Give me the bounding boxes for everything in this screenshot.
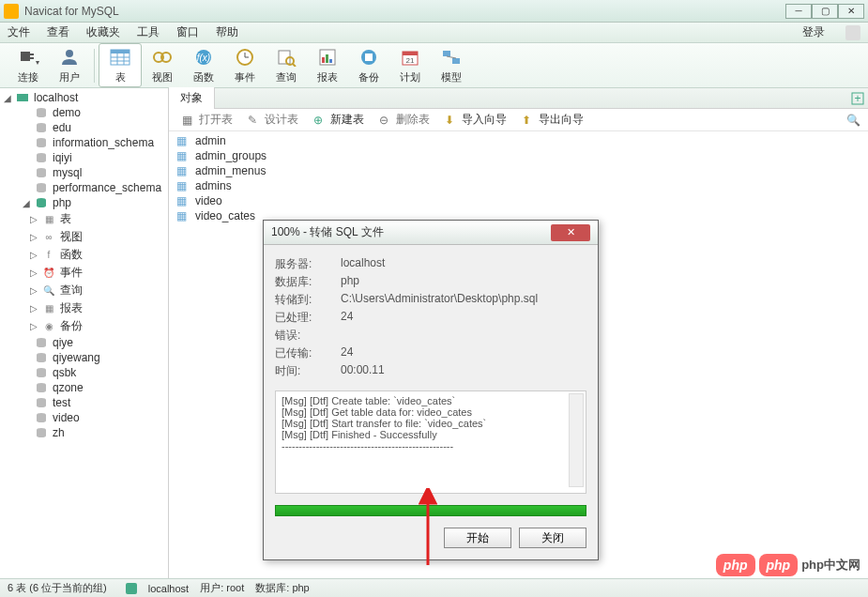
tree-db-qsbk[interactable]: qsbk (0, 365, 168, 380)
dialog-close-button[interactable]: ✕ (551, 224, 590, 241)
action-delete-table[interactable]: ⊖删除表 (373, 110, 435, 130)
tree-php-backup[interactable]: ▷◉备份 (0, 317, 168, 335)
toolbar-event[interactable]: 事件 (224, 44, 266, 86)
menu-login[interactable]: 登录 (802, 24, 825, 40)
tree-db-demo[interactable]: demo (0, 105, 168, 120)
toolbar-user[interactable]: 用户 (49, 44, 90, 86)
avatar-icon[interactable] (845, 25, 860, 40)
message-log[interactable]: [Msg] [Dtf] Create table: `video_cates`[… (275, 390, 586, 494)
tree-db-php[interactable]: ◢ php (0, 195, 168, 210)
svg-rect-1 (30, 54, 34, 55)
toolbar-backup[interactable]: 备份 (348, 44, 389, 86)
toolbar-function[interactable]: f(x) 函数 (183, 44, 224, 86)
tree-php-report[interactable]: ▷▦报表 (0, 299, 168, 317)
search-icon[interactable]: 🔍 (846, 114, 860, 127)
svg-text:▾: ▾ (36, 58, 39, 67)
database-icon (34, 396, 49, 409)
action-open-table[interactable]: ▦打开表 (176, 110, 238, 130)
toolbar-table[interactable]: 表 (99, 43, 142, 87)
annotation-arrow (419, 488, 437, 565)
tabs-row: 对象 + (169, 88, 868, 109)
open-icon: ▦ (182, 114, 195, 127)
action-design-table[interactable]: ✎设计表 (242, 110, 304, 130)
table-item[interactable]: ▦admin_menus (173, 163, 864, 178)
table-item[interactable]: ▦admin (173, 133, 864, 148)
statusbar: 6 表 (6 位于当前的组) localhost 用户: root 数据库: p… (0, 578, 868, 597)
expand-arrow-icon: ▷ (30, 303, 41, 314)
database-icon (34, 166, 49, 179)
tree-connection-localhost[interactable]: ◢ localhost (0, 90, 168, 105)
action-import[interactable]: ⬇导入向导 (439, 110, 512, 130)
menu-view[interactable]: 查看 (47, 24, 69, 40)
tree-php-event[interactable]: ▷⏰事件 (0, 264, 168, 282)
minimize-button[interactable]: ─ (785, 4, 812, 19)
table-item[interactable]: ▦admin_groups (173, 148, 864, 163)
expand-arrow-icon: ▷ (30, 214, 41, 224)
tree-db-zh[interactable]: zh (0, 425, 168, 440)
toolbar-query[interactable]: 查询 (266, 44, 307, 86)
status-database: 数据库: php (255, 581, 309, 595)
action-export[interactable]: ⬆导出向导 (516, 110, 589, 130)
svg-rect-24 (329, 59, 332, 63)
value-processed: 24 (341, 310, 353, 326)
tree-db-test[interactable]: test (0, 395, 168, 410)
label-database: 数据库: (275, 274, 341, 290)
svg-rect-22 (322, 57, 325, 63)
report-icon (314, 46, 341, 69)
label-processed: 已处理: (275, 310, 341, 326)
toolbar-schedule[interactable]: 21 计划 (389, 44, 431, 86)
toolbar-report[interactable]: 报表 (307, 44, 348, 86)
tree-php-table[interactable]: ▷▦表 (0, 210, 168, 228)
table-icon: ▦ (176, 164, 191, 177)
close-button[interactable]: 关闭 (519, 528, 586, 548)
tree-db-iqiyi[interactable]: iqiyi (0, 150, 168, 165)
toolbar-model[interactable]: 模型 (431, 44, 472, 86)
action-new-table[interactable]: ⊕新建表 (308, 110, 370, 130)
dialog-titlebar[interactable]: 100% - 转储 SQL 文件 ✕ (264, 221, 598, 245)
tree-db-qzone[interactable]: qzone (0, 380, 168, 395)
delete-icon: ⊖ (379, 114, 392, 127)
tree-db-mysql[interactable]: mysql (0, 165, 168, 180)
tree-db-edu[interactable]: edu (0, 120, 168, 135)
user-icon (56, 46, 83, 69)
tree-php-function[interactable]: ▷f函数 (0, 246, 168, 264)
svg-rect-2 (30, 57, 34, 59)
database-icon (34, 121, 49, 134)
actions-row: ▦打开表 ✎设计表 ⊕新建表 ⊖删除表 ⬇导入向导 ⬆导出向导 🔍 (169, 109, 868, 131)
tree-db-qiye[interactable]: qiye (0, 335, 168, 350)
tab-add-icon[interactable]: + (851, 92, 868, 105)
svg-point-72 (37, 419, 46, 422)
tree-php-view[interactable]: ▷∞视图 (0, 228, 168, 246)
menu-help[interactable]: 帮助 (216, 24, 238, 40)
svg-rect-23 (326, 54, 328, 63)
svg-rect-6 (111, 50, 129, 54)
table-item[interactable]: ▦admins (173, 178, 864, 193)
event-icon: ⏰ (41, 267, 56, 280)
tree-db-information_schema[interactable]: information_schema (0, 135, 168, 150)
log-line: [Msg] [Dtf] Create table: `video_cates` (282, 395, 580, 406)
maximize-button[interactable]: ▢ (812, 4, 838, 19)
connection-indicator-icon (126, 583, 137, 594)
start-button[interactable]: 开始 (444, 528, 511, 548)
database-icon (34, 106, 49, 119)
tree-db-video[interactable]: video (0, 410, 168, 425)
watermark-badge: php (716, 554, 755, 576)
toolbar-view[interactable]: 视图 (142, 44, 183, 86)
close-button[interactable]: ✕ (838, 4, 864, 19)
tab-objects[interactable]: 对象 (169, 87, 215, 109)
tree-php-query[interactable]: ▷🔍查询 (0, 282, 168, 299)
menu-file[interactable]: 文件 (8, 24, 30, 40)
table-item[interactable]: ▦video (173, 193, 864, 208)
plug-icon: ▾ (15, 46, 41, 69)
tree-db-qiyewang[interactable]: qiyewang (0, 350, 168, 365)
scrollbar[interactable] (569, 393, 584, 487)
table-icon: ▦ (176, 209, 191, 222)
menu-favorites[interactable]: 收藏夹 (86, 24, 120, 40)
tree-db-performance_schema[interactable]: performance_schema (0, 180, 168, 195)
status-connection: localhost (148, 583, 189, 594)
menu-window[interactable]: 窗口 (176, 24, 199, 40)
menu-tools[interactable]: 工具 (137, 24, 160, 40)
toolbar-connection[interactable]: ▾ 连接 (8, 44, 49, 86)
function-icon: f(x) (190, 46, 217, 69)
watermark-badge2: php (759, 554, 799, 576)
